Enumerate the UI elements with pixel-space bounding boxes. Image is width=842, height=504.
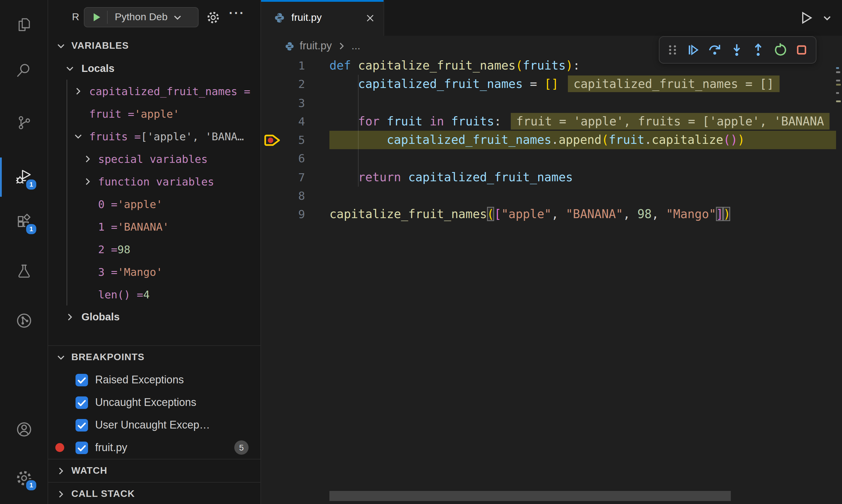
step-out-button[interactable] — [750, 42, 766, 58]
restart-button[interactable] — [772, 42, 788, 58]
breakpoint-label: Uncaught Exceptions — [95, 396, 196, 409]
debug-sidebar: R Python Deb ··· VARIABLES — [48, 0, 261, 504]
call-stack-section: CALL STACK — [48, 482, 260, 504]
variable-name: len() = — [98, 288, 143, 301]
code-line-current[interactable]: 5 capitalized_fruit_names.append(fruit.c… — [261, 131, 836, 149]
breakpoint-row[interactable]: User Uncaught Excep… — [48, 414, 260, 436]
code-line[interactable]: 3 — [261, 94, 836, 112]
toolbar-drag-handle[interactable] — [666, 42, 679, 58]
breakpoint-row[interactable]: Uncaught Exceptions — [48, 391, 260, 414]
variable-row[interactable]: 0 = 'apple' — [48, 193, 260, 215]
activity-badge: 1 — [25, 479, 37, 491]
variable-row[interactable]: len() = 4 — [48, 283, 260, 306]
start-debugging-icon[interactable] — [92, 12, 102, 22]
run-dropdown-chevron-icon[interactable] — [822, 13, 832, 23]
activity-item-references[interactable] — [0, 304, 48, 337]
debug-config-label: Python Deb — [115, 11, 168, 23]
variable-row[interactable]: fruit = 'apple' — [48, 102, 260, 125]
code-line[interactable]: 2 capitalized_fruit_names = []capitalize… — [261, 75, 836, 94]
variable-row[interactable]: 1 = 'BANANA' — [48, 215, 260, 238]
step-into-button[interactable] — [729, 42, 744, 58]
chevron-right-icon — [337, 41, 346, 51]
variables-section-header[interactable]: VARIABLES — [48, 35, 260, 57]
variable-row[interactable]: fruits = ['apple', 'BANA… — [48, 125, 260, 147]
watch-section: WATCH — [48, 459, 260, 482]
activity-item-search[interactable] — [0, 54, 48, 87]
activity-item-testing[interactable] — [0, 254, 48, 288]
line-number: 9 — [261, 205, 305, 224]
variable-value: 98 — [118, 243, 130, 255]
chevron-right-icon — [56, 466, 66, 476]
checkbox-checked-icon[interactable] — [75, 419, 88, 431]
editor-indent-guide — [358, 75, 358, 187]
activity-item-account[interactable] — [0, 412, 48, 446]
step-over-button[interactable] — [707, 42, 722, 58]
breadcrumb-file[interactable]: fruit.py — [300, 40, 332, 52]
locals-group[interactable]: Locals — [48, 57, 260, 79]
tab-fruit-py[interactable]: fruit.py — [261, 0, 384, 36]
variable-row[interactable]: 3 = 'Mango' — [48, 260, 260, 283]
variable-row[interactable]: capitalized_fruit_names = — [48, 79, 260, 102]
divider — [107, 11, 108, 24]
inline-debug-value: capitalized_fruit_names = [] — [568, 76, 779, 92]
continue-button[interactable] — [685, 42, 701, 58]
code-line[interactable]: 4 for fruit in fruits:fruit = 'apple', f… — [261, 112, 836, 131]
code-line[interactable]: 6 — [261, 149, 836, 168]
gear-icon[interactable] — [206, 11, 220, 24]
line-number: 3 — [261, 94, 305, 112]
checkbox-checked-icon[interactable] — [75, 396, 88, 409]
variable-row[interactable]: special variables — [48, 147, 260, 170]
activity-item-extensions[interactable]: 1 — [0, 205, 48, 238]
checkbox-checked-icon[interactable] — [75, 374, 88, 386]
code-editor[interactable]: 1def capitalize_fruit_names(fruits):2 ca… — [261, 56, 836, 490]
horizontal-scrollbar[interactable] — [330, 491, 731, 501]
chevron-down-icon — [173, 12, 182, 22]
activity-item-source-control[interactable] — [0, 106, 48, 139]
variable-name: capitalized_fruit_names = — [89, 85, 250, 97]
watch-section-header[interactable]: WATCH — [48, 460, 260, 482]
activity-item-settings[interactable]: 1 — [0, 461, 48, 494]
code-line[interactable]: 7 return capitalized_fruit_names — [261, 168, 836, 187]
vscode-window: 111 R Python Deb ··· — [0, 0, 842, 504]
sidebar-title: R — [72, 11, 80, 23]
debug-config-dropdown[interactable]: Python Deb — [84, 7, 198, 27]
checkbox-checked-icon[interactable] — [75, 441, 88, 454]
variable-name: 3 = — [98, 265, 118, 278]
breakpoint-row[interactable]: Raised Exceptions — [48, 368, 260, 391]
references-icon — [15, 312, 32, 329]
continue-icon — [685, 42, 701, 58]
activity-item-files[interactable] — [0, 8, 48, 41]
editor-actions — [798, 0, 832, 36]
editor-pane: fruit.py fruit.py ... — [261, 0, 842, 504]
grip-icon — [666, 42, 679, 58]
breakpoint-row[interactable]: fruit.py5 — [48, 436, 260, 459]
variable-value: 4 — [143, 288, 150, 301]
tree-indent-guide — [67, 79, 67, 306]
more-actions-icon[interactable]: ··· — [229, 6, 245, 20]
call-stack-section-header[interactable]: CALL STACK — [48, 483, 260, 504]
breakpoints-section-header[interactable]: BREAKPOINTS — [48, 346, 260, 368]
variable-name: fruits = — [89, 130, 141, 142]
activity-item-run-and-debug[interactable]: 1 — [0, 160, 48, 194]
activity-badge: 1 — [25, 223, 37, 235]
breadcrumb-symbol[interactable]: ... — [351, 40, 360, 52]
variable-name: 1 = — [98, 220, 118, 233]
code-line[interactable]: 9capitalize_fruit_names(["apple", "BANAN… — [261, 205, 836, 224]
chevron-right-icon — [83, 154, 93, 164]
globals-label: Globals — [82, 310, 120, 323]
stop-button[interactable] — [794, 42, 810, 58]
debug-toolbar — [659, 36, 817, 64]
close-icon[interactable] — [365, 13, 375, 23]
code-line[interactable]: 8 — [261, 187, 836, 205]
step-into-icon — [729, 42, 744, 58]
globals-group[interactable]: Globals — [48, 306, 260, 328]
tab-bar: fruit.py — [261, 0, 842, 36]
code-text: capitalized_fruit_names = [] — [330, 75, 559, 94]
variable-row[interactable]: function variables — [48, 170, 260, 193]
variable-row[interactable]: 2 = 98 — [48, 238, 260, 260]
code-text: return capitalized_fruit_names — [330, 168, 573, 187]
watch-title: WATCH — [71, 465, 107, 476]
minimap[interactable] — [836, 56, 842, 241]
run-file-icon[interactable] — [798, 10, 813, 25]
code-text: def capitalize_fruit_names(fruits): — [330, 56, 580, 75]
